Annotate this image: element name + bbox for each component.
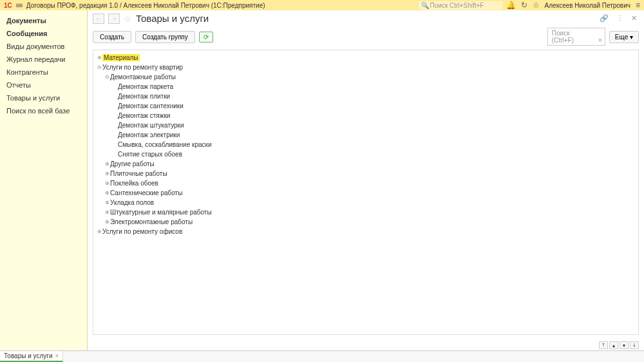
settings-icon[interactable]: ≡: [636, 1, 640, 10]
global-search[interactable]: 🔍 Поиск Ctrl+Shift+F: [419, 1, 502, 10]
tree-row[interactable]: ⊖Услуги по ремонту квартир: [93, 62, 638, 72]
tree-label: Поклейка обоев: [110, 180, 158, 187]
expand-icon[interactable]: ⊕: [96, 55, 102, 61]
tree-row[interactable]: ⊕Материалы: [93, 53, 638, 62]
tree-row[interactable]: Снятие старых обоев: [93, 149, 638, 159]
sidebar-item-7[interactable]: Поиск по всей базе: [0, 104, 87, 117]
sidebar-item-2[interactable]: Виды документов: [0, 40, 87, 53]
tree-label: Демонтаж электрики: [118, 131, 180, 138]
search-input[interactable]: Поиск (Ctrl+F) ×: [547, 28, 605, 46]
expand-icon[interactable]: ⊕: [104, 219, 110, 225]
tree-label: Услуги по ремонту офисов: [102, 228, 182, 235]
tree-row[interactable]: ⊕Услуги по ремонту офисов: [93, 227, 638, 236]
logo-1c: 1C: [4, 2, 12, 9]
tree-row[interactable]: Демонтаж электрики: [93, 130, 638, 140]
user-name[interactable]: Алексеев Николай Петрович: [545, 2, 630, 9]
tree-label: Материалы: [102, 54, 140, 61]
page-header: ← → ☆ Товары и услуги 🔗 ⋮ ✕: [88, 10, 644, 24]
tree-row[interactable]: Смывка, соскабливание краски: [93, 140, 638, 149]
tree-view[interactable]: ⊕Материалы⊖Услуги по ремонту квартир⊖Дем…: [93, 50, 639, 335]
tree-row[interactable]: ⊖Демонтажные работы: [93, 72, 638, 82]
scroll-up-icon[interactable]: ▲: [609, 341, 618, 349]
sidebar: ДокументыСообщенияВиды документовЖурнал …: [0, 10, 88, 350]
expand-icon[interactable]: ⊕: [96, 229, 102, 234]
tree-row[interactable]: ⊕Поклейка обоев: [93, 178, 638, 188]
tree-label: Смывка, соскабливание краски: [118, 141, 212, 148]
search-icon: 🔍: [421, 2, 429, 9]
scroll-bottom-icon[interactable]: ⤓: [630, 341, 639, 349]
favorite-star-icon[interactable]: ☆: [124, 14, 132, 24]
history-icon[interactable]: ↻: [521, 1, 527, 10]
sidebar-item-4[interactable]: Контрагенты: [0, 66, 87, 79]
refresh-button[interactable]: ⟳: [199, 32, 213, 43]
sidebar-item-3[interactable]: Журнал передачи: [0, 53, 87, 66]
tree-row[interactable]: Демонтаж штукатурки: [93, 120, 638, 130]
tab-close-icon[interactable]: ×: [55, 352, 59, 359]
tree-row[interactable]: ⊕Электромонтажные работы: [93, 217, 638, 227]
tree-label: Демонтаж паркета: [118, 83, 173, 90]
star-icon[interactable]: ☆: [533, 1, 540, 10]
tree-row[interactable]: Демонтаж стяжки: [93, 111, 638, 120]
sidebar-item-6[interactable]: Товары и услуги: [0, 91, 87, 104]
expand-icon[interactable]: ⊕: [104, 190, 110, 196]
close-icon[interactable]: ✕: [629, 14, 639, 23]
bell-icon[interactable]: 🔔: [506, 1, 516, 10]
tree-label: Демонтаж сантехники: [118, 102, 184, 110]
collapse-icon[interactable]: ⊖: [96, 64, 102, 70]
expand-icon[interactable]: ⊕: [104, 200, 110, 205]
tree-label: Услуги по ремонту квартир: [102, 64, 183, 71]
tree-label: Демонтаж плитки: [118, 93, 170, 100]
tree-row[interactable]: Демонтаж паркета: [93, 82, 638, 91]
tree-row[interactable]: Демонтаж сантехники: [93, 101, 638, 111]
bottom-tools: ⤒ ▲ ▼ ⤓: [88, 340, 644, 350]
sidebar-item-1[interactable]: Сообщения: [0, 27, 87, 40]
tree-row[interactable]: ⊕Штукатурные и малярные работы: [93, 207, 638, 217]
tree-label: Плиточные работы: [110, 170, 167, 177]
expand-icon[interactable]: ⊕: [104, 209, 110, 215]
create-button[interactable]: Создать: [93, 31, 131, 43]
expand-icon[interactable]: ⊕: [104, 161, 110, 167]
tree-row[interactable]: ⊕Сантехнические работы: [93, 188, 638, 198]
tab-bar: Товары и услуги ×: [0, 350, 644, 362]
more-button[interactable]: Еще ▾: [609, 31, 639, 43]
nav-forward-button[interactable]: →: [108, 14, 120, 24]
scroll-down-icon[interactable]: ▼: [620, 341, 629, 349]
tab-label: Товары и услуги: [4, 352, 53, 359]
expand-icon[interactable]: ⊕: [104, 171, 110, 176]
tree-label: Электромонтажные работы: [110, 218, 193, 225]
tree-label: Демонтажные работы: [110, 73, 176, 81]
collapse-icon[interactable]: ⊖: [104, 74, 110, 80]
tree-label: Укладка полов: [110, 199, 154, 206]
link-icon[interactable]: 🔗: [598, 14, 611, 23]
create-group-button[interactable]: Создать группу: [135, 31, 195, 43]
tree-row[interactable]: ⊕Плиточные работы: [93, 169, 638, 178]
topbar-right: 🔔 ↻ ☆ Алексеев Николай Петрович ≡: [506, 1, 640, 10]
tree-label: Демонтаж стяжки: [118, 112, 170, 119]
tab-goods-services[interactable]: Товары и услуги ×: [0, 351, 63, 362]
search-clear-icon[interactable]: ×: [598, 37, 602, 44]
tree-row[interactable]: ⊕Другие работы: [93, 159, 638, 169]
tree-label: Штукатурные и малярные работы: [110, 209, 212, 216]
sidebar-item-0[interactable]: Документы: [0, 14, 87, 27]
toolbar: Создать Создать группу ⟳ Поиск (Ctrl+F) …: [88, 24, 644, 50]
tree-label: Другие работы: [110, 160, 155, 167]
top-bar: 1C Договоры ПРОФ, редакция 1.0 / Алексее…: [0, 0, 644, 10]
sidebar-item-5[interactable]: Отчеты: [0, 79, 87, 91]
nav-back-button[interactable]: ←: [93, 14, 104, 24]
tree-row[interactable]: Демонтаж плитки: [93, 91, 638, 101]
main-area: ДокументыСообщенияВиды документовЖурнал …: [0, 10, 644, 350]
scroll-top-icon[interactable]: ⤒: [599, 341, 608, 349]
tree-row[interactable]: ⊕Укладка полов: [93, 198, 638, 207]
tree-label: Снятие старых обоев: [118, 151, 182, 158]
more-icon[interactable]: ⋮: [614, 14, 625, 23]
content-area: ← → ☆ Товары и услуги 🔗 ⋮ ✕ Создать Созд…: [88, 10, 644, 350]
menu-icon[interactable]: [16, 4, 23, 7]
tree-label: Сантехнические работы: [110, 189, 182, 196]
window-title: Договоры ПРОФ, редакция 1.0 / Алексеев Н…: [26, 2, 415, 9]
page-title: Товары и услуги: [136, 13, 209, 24]
tree-label: Демонтаж штукатурки: [118, 122, 184, 129]
expand-icon[interactable]: ⊕: [104, 180, 110, 186]
